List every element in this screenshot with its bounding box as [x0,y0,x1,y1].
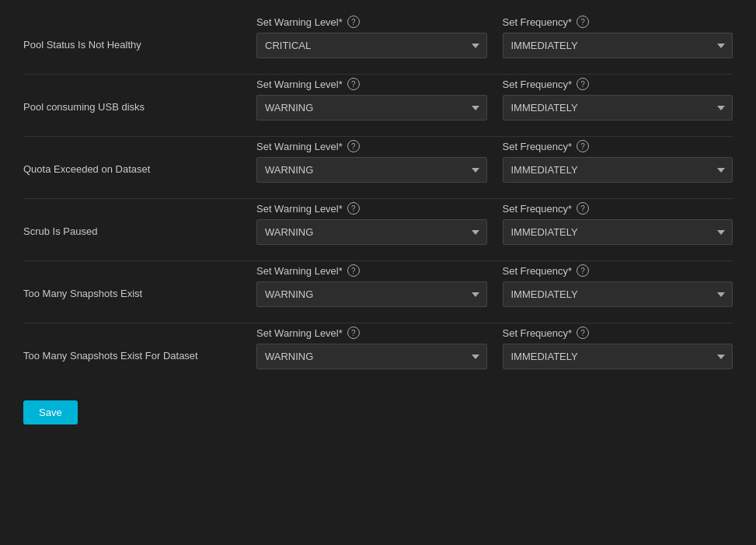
alert-row-pool-usb: Pool consuming USB disksSet Warning Leve… [23,78,733,128]
frequency-group-too-many-snapshots-dataset: Set Frequency*?IMMEDIATELYHOURLYDAILYWEE… [503,327,733,369]
warning-level-label-text-quota-dataset: Set Warning Level* [256,141,343,152]
warning-level-label-text-too-many-snapshots: Set Warning Level* [256,265,343,277]
warning-level-help-icon-pool-status[interactable]: ? [347,16,360,28]
alert-controls-scrub-paused: Set Warning Level*?INFOWARNINGCRITICALER… [256,202,733,245]
alert-row-scrub-paused: Scrub Is PausedSet Warning Level*?INFOWA… [23,202,733,253]
frequency-select-wrapper-scrub-paused: IMMEDIATELYHOURLYDAILYWEEKLY [503,219,733,245]
frequency-label-text-quota-dataset: Set Frequency* [503,141,573,152]
frequency-label-too-many-snapshots-dataset: Set Frequency*? [503,327,733,339]
warning-level-group-too-many-snapshots-dataset: Set Warning Level*?INFOWARNINGCRITICALER… [256,327,487,369]
alert-controls-too-many-snapshots-dataset: Set Warning Level*?INFOWARNINGCRITICALER… [256,327,733,369]
alert-row-too-many-snapshots-dataset: Too Many Snapshots Exist For DatasetSet … [23,327,733,377]
frequency-label-text-too-many-snapshots: Set Frequency* [503,265,573,277]
frequency-select-pool-status[interactable]: IMMEDIATELYHOURLYDAILYWEEKLY [503,33,733,58]
alert-label-scrub-paused: Scrub Is Paused [23,202,256,237]
alert-label-quota-dataset: Quota Exceeded on Dataset [23,140,256,175]
warning-level-select-quota-dataset[interactable]: INFOWARNINGCRITICALERROR [256,157,487,183]
alert-row-quota-dataset: Quota Exceeded on DatasetSet Warning Lev… [23,140,733,190]
frequency-select-wrapper-too-many-snapshots-dataset: IMMEDIATELYHOURLYDAILYWEEKLY [503,344,733,369]
warning-level-label-pool-status: Set Warning Level*? [256,16,487,28]
frequency-help-icon-too-many-snapshots[interactable]: ? [577,264,589,277]
warning-level-label-text-pool-status: Set Warning Level* [256,16,343,28]
frequency-label-text-scrub-paused: Set Frequency* [503,203,573,215]
frequency-group-pool-usb: Set Frequency*?IMMEDIATELYHOURLYDAILYWEE… [503,78,733,121]
frequency-group-scrub-paused: Set Frequency*?IMMEDIATELYHOURLYDAILYWEE… [503,202,733,245]
warning-level-select-wrapper-quota-dataset: INFOWARNINGCRITICALERROR [256,157,487,183]
frequency-help-icon-pool-status[interactable]: ? [577,16,589,28]
frequency-select-too-many-snapshots-dataset[interactable]: IMMEDIATELYHOURLYDAILYWEEKLY [503,344,733,369]
frequency-group-pool-status: Set Frequency*?IMMEDIATELYHOURLYDAILYWEE… [503,16,733,58]
warning-level-select-pool-status[interactable]: INFOWARNINGCRITICALERROR [256,33,487,58]
frequency-label-text-pool-usb: Set Frequency* [503,79,573,90]
row-divider [23,323,733,323]
warning-level-help-icon-quota-dataset[interactable]: ? [347,140,360,152]
save-button[interactable]: Save [23,400,78,424]
frequency-select-wrapper-too-many-snapshots: IMMEDIATELYHOURLYDAILYWEEKLY [503,281,733,307]
warning-level-group-pool-status: Set Warning Level*?INFOWARNINGCRITICALER… [256,16,487,58]
warning-level-help-icon-too-many-snapshots[interactable]: ? [347,264,360,277]
frequency-group-too-many-snapshots: Set Frequency*?IMMEDIATELYHOURLYDAILYWEE… [503,264,733,307]
warning-level-select-wrapper-pool-usb: INFOWARNINGCRITICALERROR [256,95,487,121]
main-container: Pool Status Is Not HealthySet Warning Le… [0,0,756,545]
frequency-label-text-too-many-snapshots-dataset: Set Frequency* [503,327,573,339]
frequency-label-too-many-snapshots: Set Frequency*? [503,264,733,277]
frequency-help-icon-too-many-snapshots-dataset[interactable]: ? [577,327,589,339]
alert-controls-pool-usb: Set Warning Level*?INFOWARNINGCRITICALER… [256,78,733,121]
warning-level-label-text-pool-usb: Set Warning Level* [256,79,343,90]
warning-level-label-too-many-snapshots: Set Warning Level*? [256,264,487,277]
warning-level-label-too-many-snapshots-dataset: Set Warning Level*? [256,327,487,339]
warning-level-group-pool-usb: Set Warning Level*?INFOWARNINGCRITICALER… [256,78,487,121]
row-divider [23,74,733,75]
warning-level-select-too-many-snapshots[interactable]: INFOWARNINGCRITICALERROR [256,281,487,307]
rows-container: Pool Status Is Not HealthySet Warning Le… [23,16,733,385]
alert-label-pool-status: Pool Status Is Not Healthy [23,16,256,51]
warning-level-label-text-scrub-paused: Set Warning Level* [256,203,343,215]
warning-level-label-pool-usb: Set Warning Level*? [256,78,487,90]
alert-row-too-many-snapshots: Too Many Snapshots ExistSet Warning Leve… [23,264,733,315]
frequency-select-wrapper-quota-dataset: IMMEDIATELYHOURLYDAILYWEEKLY [503,157,733,183]
frequency-label-text-pool-status: Set Frequency* [503,16,573,28]
alert-label-too-many-snapshots: Too Many Snapshots Exist [23,264,256,299]
frequency-label-pool-status: Set Frequency*? [503,16,733,28]
frequency-help-icon-quota-dataset[interactable]: ? [577,140,589,152]
frequency-help-icon-pool-usb[interactable]: ? [577,78,589,90]
row-divider [23,198,733,199]
warning-level-select-wrapper-scrub-paused: INFOWARNINGCRITICALERROR [256,219,487,245]
alert-label-too-many-snapshots-dataset: Too Many Snapshots Exist For Dataset [23,327,256,362]
warning-level-select-pool-usb[interactable]: INFOWARNINGCRITICALERROR [256,95,487,121]
warning-level-select-wrapper-too-many-snapshots-dataset: INFOWARNINGCRITICALERROR [256,344,487,369]
alert-controls-too-many-snapshots: Set Warning Level*?INFOWARNINGCRITICALER… [256,264,733,307]
warning-level-help-icon-scrub-paused[interactable]: ? [347,202,360,215]
frequency-select-pool-usb[interactable]: IMMEDIATELYHOURLYDAILYWEEKLY [503,95,733,121]
row-divider [23,136,733,137]
warning-level-group-scrub-paused: Set Warning Level*?INFOWARNINGCRITICALER… [256,202,487,245]
warning-level-help-icon-pool-usb[interactable]: ? [347,78,360,90]
frequency-select-scrub-paused[interactable]: IMMEDIATELYHOURLYDAILYWEEKLY [503,219,733,245]
warning-level-label-quota-dataset: Set Warning Level*? [256,140,487,152]
save-section: Save [23,400,733,424]
alert-controls-pool-status: Set Warning Level*?INFOWARNINGCRITICALER… [256,16,733,58]
frequency-help-icon-scrub-paused[interactable]: ? [577,202,589,215]
frequency-label-quota-dataset: Set Frequency*? [503,140,733,152]
warning-level-select-wrapper-pool-status: INFOWARNINGCRITICALERROR [256,33,487,58]
warning-level-select-scrub-paused[interactable]: INFOWARNINGCRITICALERROR [256,219,487,245]
warning-level-label-text-too-many-snapshots-dataset: Set Warning Level* [256,327,343,339]
frequency-label-pool-usb: Set Frequency*? [503,78,733,90]
frequency-select-wrapper-pool-usb: IMMEDIATELYHOURLYDAILYWEEKLY [503,95,733,121]
alert-controls-quota-dataset: Set Warning Level*?INFOWARNINGCRITICALER… [256,140,733,183]
frequency-group-quota-dataset: Set Frequency*?IMMEDIATELYHOURLYDAILYWEE… [503,140,733,183]
frequency-label-scrub-paused: Set Frequency*? [503,202,733,215]
row-divider [23,260,733,261]
warning-level-help-icon-too-many-snapshots-dataset[interactable]: ? [347,327,360,339]
alert-label-pool-usb: Pool consuming USB disks [23,78,256,113]
frequency-select-too-many-snapshots[interactable]: IMMEDIATELYHOURLYDAILYWEEKLY [503,281,733,307]
frequency-select-wrapper-pool-status: IMMEDIATELYHOURLYDAILYWEEKLY [503,33,733,58]
warning-level-select-too-many-snapshots-dataset[interactable]: INFOWARNINGCRITICALERROR [256,344,487,369]
warning-level-group-quota-dataset: Set Warning Level*?INFOWARNINGCRITICALER… [256,140,487,183]
warning-level-label-scrub-paused: Set Warning Level*? [256,202,487,215]
frequency-select-quota-dataset[interactable]: IMMEDIATELYHOURLYDAILYWEEKLY [503,157,733,183]
warning-level-group-too-many-snapshots: Set Warning Level*?INFOWARNINGCRITICALER… [256,264,487,307]
warning-level-select-wrapper-too-many-snapshots: INFOWARNINGCRITICALERROR [256,281,487,307]
alert-row-pool-status: Pool Status Is Not HealthySet Warning Le… [23,16,733,66]
